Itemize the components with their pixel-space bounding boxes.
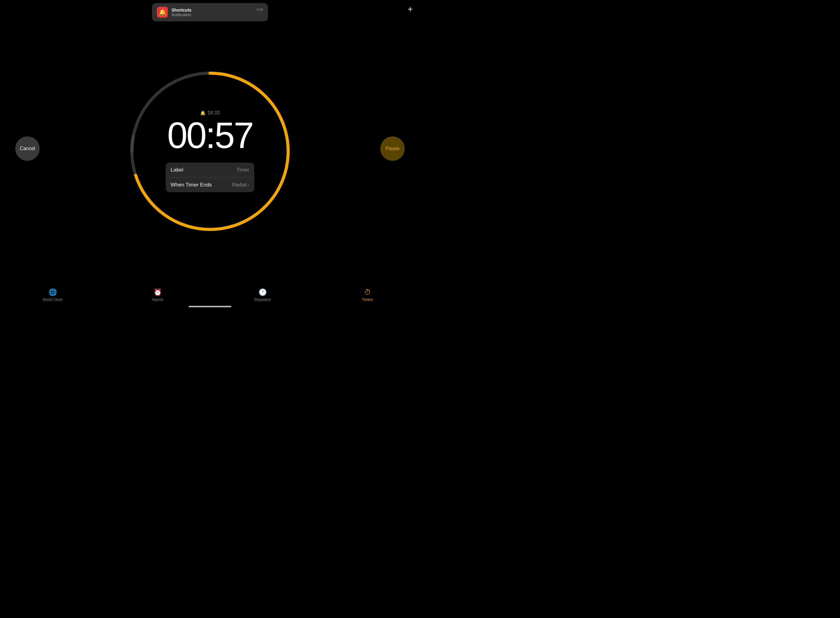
tab-world-clock[interactable]: 🌐 World Clock <box>40 288 65 302</box>
when-timer-ends-value: Radial › <box>232 182 249 188</box>
stopwatch-label: Stopwatch <box>254 297 271 302</box>
timers-icon: ⏱ <box>364 288 371 296</box>
timers-label: Timers <box>362 297 373 302</box>
pause-button[interactable]: Pause <box>380 137 405 161</box>
notification-subtitle: Notification <box>171 12 253 17</box>
cancel-button[interactable]: Cancel <box>15 137 40 161</box>
timer-display: 00:57 <box>167 117 253 153</box>
world-clock-label: World Clock <box>43 297 62 302</box>
tab-bar: 🌐 World Clock ⏰ Alarms 🕐 Stopwatch ⏱ Tim… <box>0 285 420 309</box>
alarms-icon: ⏰ <box>153 288 162 296</box>
stopwatch-icon: 🕐 <box>259 288 267 296</box>
timer-info-card: Label Timer When Timer Ends Radial › <box>166 163 254 192</box>
notification-time: now <box>256 7 263 12</box>
world-clock-icon: 🌐 <box>49 288 57 296</box>
when-timer-ends-key: When Timer Ends <box>171 182 212 188</box>
label-row[interactable]: Label Timer <box>166 163 254 177</box>
tab-alarms[interactable]: ⏰ Alarms <box>145 288 170 302</box>
timer-circle-container: 🔔 18:33 00:57 Label Timer When Timer End… <box>125 65 296 236</box>
alarms-label: Alarms <box>152 297 163 302</box>
notification-banner[interactable]: 🔔 Shortcuts Notification now <box>152 3 268 21</box>
home-indicator <box>189 306 231 308</box>
notification-title: Shortcuts <box>171 7 253 12</box>
timer-inner-content: 🔔 18:33 00:57 Label Timer When Timer End… <box>125 65 296 236</box>
tab-stopwatch[interactable]: 🕐 Stopwatch <box>250 288 275 302</box>
notification-content: Shortcuts Notification <box>171 7 253 17</box>
label-value: Timer <box>236 167 249 173</box>
add-timer-button[interactable]: + <box>408 5 413 13</box>
label-key: Label <box>171 167 183 173</box>
when-timer-ends-row[interactable]: When Timer Ends Radial › <box>166 177 254 192</box>
notification-app-icon: 🔔 <box>157 7 168 18</box>
tab-timers[interactable]: ⏱ Timers <box>355 288 380 302</box>
chevron-right-icon: › <box>248 183 249 187</box>
